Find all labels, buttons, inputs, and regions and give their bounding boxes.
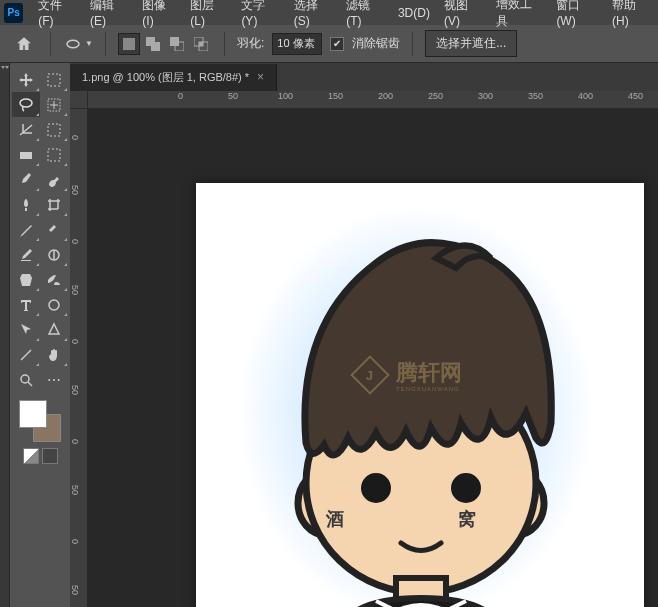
ruler-tick: 350 [528,91,543,101]
pen-tool[interactable] [40,317,68,342]
svg-point-26 [361,473,391,503]
eyedropper-tool-2[interactable] [12,167,40,192]
menu-3d[interactable]: 3D(D) [391,2,437,24]
app-logo: Ps [4,3,23,23]
intersect-selection-button[interactable] [190,33,212,55]
path-selection-tool[interactable] [12,317,40,342]
perspective-crop-tool[interactable] [40,192,68,217]
feather-label: 羽化: [237,35,264,52]
ruler-tick: 100 [278,91,293,101]
menu-filter[interactable]: 滤镜(T) [339,0,391,32]
ruler-horizontal[interactable]: 0 50 100 150 200 250 300 350 400 450 [88,91,658,109]
ruler-origin[interactable] [70,91,88,109]
edit-toolbar-button[interactable]: ⋯ [40,367,68,392]
face-text-left: 酒 [326,507,344,531]
separator [105,32,106,56]
tool-preset-picker[interactable]: ▼ [63,35,93,53]
gradient-tool[interactable] [40,242,68,267]
image-canvas[interactable]: J 腾轩网 TENGXUANWANG 酒 窝 [196,183,644,607]
slice-tool[interactable] [40,142,68,167]
history-brush-tool[interactable] [40,217,68,242]
menu-select[interactable]: 选择(S) [287,0,339,32]
watermark-icon-text: J [366,367,373,382]
svg-rect-1 [123,38,135,50]
foreground-color-swatch[interactable] [19,400,47,428]
ruler-tick: 200 [378,91,393,101]
new-selection-button[interactable] [118,33,140,55]
artboard-tool[interactable] [40,67,68,92]
eyedropper-tool[interactable] [12,142,40,167]
ruler-tick: 50 [228,91,238,101]
lasso-tool[interactable] [12,92,40,117]
menu-layer[interactable]: 图层(L) [183,0,234,32]
svg-rect-8 [199,42,203,46]
subtract-selection-button[interactable] [166,33,188,55]
brush-tool[interactable] [12,192,40,217]
ruler-tick: 50 [70,485,80,495]
svg-rect-3 [151,42,160,51]
panel-collapse-strip[interactable] [0,63,10,607]
ruler-tick: 400 [578,91,593,101]
separator [50,32,51,56]
feather-input[interactable] [272,33,322,55]
svg-rect-13 [20,152,32,159]
separator [412,32,413,56]
ruler-tick: 0 [70,439,80,444]
document-tab-title: 1.png @ 100% (图层 1, RGB/8#) * [82,70,249,85]
hand-tool[interactable] [40,342,68,367]
svg-rect-12 [48,124,60,136]
separator [224,32,225,56]
canvas-background[interactable]: J 腾轩网 TENGXUANWANG 酒 窝 [88,109,658,607]
menu-file[interactable]: 文件(F) [31,0,83,32]
svg-point-17 [21,375,29,383]
screen-mode-button[interactable] [42,448,58,464]
ruler-vertical[interactable]: 0 50 0 50 0 50 0 50 0 50 [70,109,88,607]
menu-image[interactable]: 图像(I) [135,0,183,32]
workspace: ⋯ 1.png @ 100% (图层 1, RGB/8#) * × 0 50 1… [0,63,658,607]
crop-tool[interactable] [12,117,40,142]
selection-mode-group [118,33,212,55]
ruler-tick: 0 [178,91,183,101]
blur-tool[interactable] [40,267,68,292]
antialias-checkbox[interactable]: ✔ [330,37,344,51]
type-tool[interactable] [12,292,40,317]
menu-plugins[interactable]: 增效工具 [489,0,549,34]
dodge-tool[interactable] [40,292,68,317]
watermark-text: 腾轩网 [396,358,462,388]
ruler-tick: 450 [628,91,643,101]
ruler-tick: 150 [328,91,343,101]
ruler-tick: 0 [70,539,80,544]
home-button[interactable] [10,30,38,58]
clone-stamp-tool[interactable] [12,217,40,242]
canvas-area: 1.png @ 100% (图层 1, RGB/8#) * × 0 50 100… [70,63,658,607]
frame-tool[interactable] [40,117,68,142]
close-tab-button[interactable]: × [257,70,264,84]
menu-view[interactable]: 视图(V) [437,0,489,32]
watermark-icon: J [350,355,390,395]
menu-type[interactable]: 文字(Y) [234,0,286,32]
ruler-tick: 0 [70,339,80,344]
ruler-tick: 250 [428,91,443,101]
spot-healing-tool[interactable] [40,167,68,192]
character-illustration [256,223,586,607]
eraser-tool[interactable] [12,267,40,292]
tools-panel: ⋯ [10,63,70,607]
move-tool[interactable] [12,67,40,92]
line-tool[interactable] [12,342,40,367]
svg-rect-9 [48,74,60,86]
watermark: J 腾轩网 TENGXUANWANG [356,358,462,392]
select-and-mask-button[interactable]: 选择并遮住... [425,30,517,57]
quick-mask-button[interactable] [23,448,39,464]
menu-help[interactable]: 帮助(H) [605,0,658,32]
brush-tool-2[interactable] [12,242,40,267]
object-selection-tool[interactable] [40,92,68,117]
svg-point-16 [49,300,59,310]
zoom-tool[interactable] [12,367,40,392]
color-swatches[interactable] [19,400,61,442]
menu-edit[interactable]: 编辑(E) [83,0,135,32]
svg-point-27 [451,473,481,503]
document-tab[interactable]: 1.png @ 100% (图层 1, RGB/8#) * × [70,64,277,91]
ruler-tick: 300 [478,91,493,101]
menu-window[interactable]: 窗口(W) [549,0,605,32]
add-selection-button[interactable] [142,33,164,55]
